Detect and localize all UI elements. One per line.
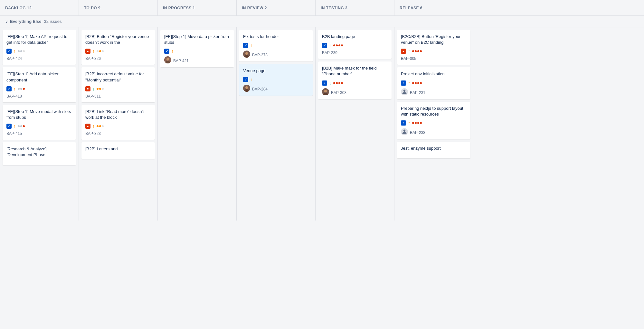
group-row[interactable]: ∨ Everything Else 32 issues <box>0 16 644 27</box>
card-footer: BAP-233 <box>401 128 467 135</box>
dots <box>333 44 343 46</box>
card-footer: BAP-421 <box>164 56 230 63</box>
dot <box>18 125 20 127</box>
priority-up-icon: ↑ <box>171 49 174 54</box>
stop-icon <box>85 49 90 54</box>
column-inprogress: [FE][Step 1] Move data picker from stubs… <box>158 27 237 221</box>
ticket-id: BAP-233 <box>410 130 425 135</box>
dot <box>99 88 101 90</box>
priority-up-icon: ↑ <box>250 43 252 48</box>
card-bap-233[interactable]: Preparing nextjs to support layout with … <box>397 102 470 139</box>
card-bap-326[interactable]: [B2B] Button "Register your venue doesn'… <box>81 30 155 65</box>
card-footer: BAP-308 <box>322 88 388 95</box>
card-bap-284[interactable]: Venue page ↑ BAP-284 <box>239 64 313 96</box>
col-header-todo: TO DO 9 <box>79 0 158 15</box>
dot <box>333 44 335 46</box>
priority-up-icon: ↑ <box>92 49 95 54</box>
card-bap-jest[interactable]: Jest, enzyme support <box>397 142 470 158</box>
priority-up-icon: ↑ <box>92 124 95 129</box>
board: BACKLOG 12 TO DO 9 IN PROGRESS 1 IN REVI… <box>0 0 644 329</box>
dot <box>412 82 414 84</box>
dot <box>333 82 335 84</box>
dot <box>412 122 414 124</box>
dot <box>338 82 340 84</box>
card-title: Fix tests for header <box>243 34 309 40</box>
dot <box>412 50 414 52</box>
card-bap-421[interactable]: [FE][Step 1] Move data picker from stubs… <box>160 30 234 67</box>
ticket-id: BAP-323 <box>85 131 151 136</box>
dot <box>97 125 99 127</box>
priority-up-icon: ↑ <box>14 49 16 54</box>
card-title: [B2B] Letters and <box>85 146 151 152</box>
checkbox-icon <box>322 80 327 86</box>
card-meta: ↑ <box>85 49 151 54</box>
dots <box>412 122 422 124</box>
card-title: B2B landing page <box>322 34 388 40</box>
ticket-id: BAP-284 <box>252 87 268 91</box>
card-bap-424[interactable]: [FE][Step 1] Make API request to get inf… <box>3 30 76 65</box>
ticket-id: BAP-239 <box>322 51 388 55</box>
dots <box>97 88 104 90</box>
col-header-release: RELEASE 6 <box>394 0 473 15</box>
card-bap-305[interactable]: [B2C/B2B] Button 'Register your venue" o… <box>397 30 470 65</box>
card-bap-323[interactable]: [B2B] Link "Read more" doesn't work at t… <box>81 105 155 140</box>
checkbox-icon <box>6 124 12 129</box>
card-title: [Research & Analyze] [Development Phase <box>6 146 72 158</box>
card-bap-b2b[interactable]: [B2B] Letters and <box>81 142 155 159</box>
dot <box>341 44 343 46</box>
ticket-id: BAP-311 <box>85 94 151 99</box>
card-title: Preparing nextjs to support layout with … <box>401 106 467 117</box>
card-bap-373[interactable]: Fix tests for header ↑ BAP-373 <box>239 30 313 61</box>
card-title: [B2B] Make mask for the field "Phone num… <box>322 65 388 77</box>
dot <box>102 125 104 127</box>
stop-icon <box>85 86 90 91</box>
dot <box>97 88 99 90</box>
dots <box>97 125 104 127</box>
card-title: [FE][Step 1] Move modal with slots from … <box>6 109 72 120</box>
dot <box>415 122 417 124</box>
dots <box>18 50 25 52</box>
column-intesting: B2B landing page ↑ BAP-239 [B2B] Make ma… <box>316 27 394 221</box>
card-footer: BAP-284 <box>243 85 309 92</box>
dot <box>415 82 417 84</box>
ticket-id: BAP-421 <box>173 59 189 63</box>
card-meta: ↑ <box>243 77 309 82</box>
dot <box>415 50 417 52</box>
column-release: [B2C/B2B] Button 'Register your venue" o… <box>394 27 473 221</box>
ticket-id: BAP-373 <box>252 53 268 57</box>
card-meta: ↑ <box>243 43 309 48</box>
card-meta: ↑ <box>6 86 72 91</box>
dot <box>18 50 20 52</box>
dot <box>99 50 101 52</box>
card-title: [B2C/B2B] Button 'Register your venue" o… <box>401 34 467 45</box>
card-bap-311[interactable]: [B2B] Incorrect default value for "Month… <box>81 67 155 102</box>
checkbox-icon <box>401 80 406 86</box>
card-bap-231[interactable]: Project env initialization ↑ <box>397 67 470 99</box>
priority-up-icon: ↑ <box>408 49 410 54</box>
card-meta: ↑ <box>401 80 467 86</box>
card-meta: ↑ <box>164 49 230 54</box>
checkbox-icon <box>164 49 169 54</box>
column-backlog: [FE][Step 1] Make API request to get inf… <box>0 27 79 221</box>
col-header-backlog: BACKLOG 12 <box>0 0 79 15</box>
dots <box>412 50 422 52</box>
card-title: [FE][Step 1] Move data picker from stubs <box>164 34 230 45</box>
avatar <box>243 51 250 58</box>
card-bap-418[interactable]: [FE][Step 1] Add data picker component ↑… <box>3 67 76 102</box>
card-title: [FE][Step 1] Make API request to get inf… <box>6 34 72 45</box>
checkbox-icon <box>243 77 248 82</box>
card-title: [B2B] Incorrect default value for "Month… <box>85 71 151 83</box>
card-bap-308[interactable]: [B2B] Make mask for the field "Phone num… <box>318 61 392 99</box>
checkbox-icon <box>6 49 12 54</box>
dot <box>417 50 419 52</box>
priority-up-icon: ↑ <box>329 43 331 48</box>
dot <box>23 50 25 52</box>
card-meta: ↑ <box>6 124 72 129</box>
priority-up-icon: ↑ <box>14 124 16 129</box>
card-bap-239[interactable]: B2B landing page ↑ BAP-239 <box>318 30 392 59</box>
card-bap-dev[interactable]: [Research & Analyze] [Development Phase <box>3 142 76 165</box>
card-bap-415[interactable]: [FE][Step 1] Move modal with slots from … <box>3 105 76 140</box>
card-title: Jest, enzyme support <box>401 146 467 151</box>
ticket-id: BAP-308 <box>331 90 346 95</box>
card-meta: ↑ <box>6 49 72 54</box>
